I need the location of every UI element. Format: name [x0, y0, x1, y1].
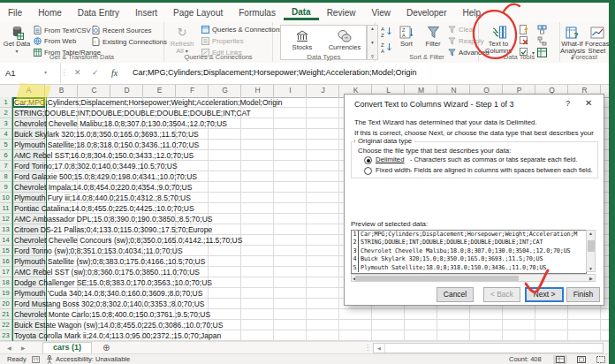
dialog-close-icon[interactable]: ✕ — [585, 98, 592, 108]
tab-insert[interactable]: Insert — [127, 5, 165, 20]
tab-splitter-icon[interactable]: ⋮ — [364, 342, 371, 354]
column-header[interactable]: C — [78, 85, 110, 97]
view-page-break-button[interactable] — [594, 355, 608, 364]
column-header[interactable]: A — [12, 85, 45, 97]
row-header[interactable]: 7 — [0, 161, 12, 171]
row-header[interactable]: 19 — [0, 288, 12, 299]
dialog-help-icon[interactable]: ? — [566, 99, 570, 108]
row-header[interactable]: 18 — [0, 277, 12, 288]
row-header[interactable]: 12 — [0, 214, 12, 224]
column-header[interactable]: I — [274, 85, 307, 97]
row-cells-text[interactable]: Car;MPG;Cylinders;Displacement;Horsepowe… — [14, 97, 283, 108]
column-header[interactable]: B — [45, 85, 78, 97]
formula-content[interactable]: Car;MPG;Cylinders;Displacement;Horsepowe… — [133, 63, 416, 83]
formula-cancel-icon[interactable]: ✕ — [74, 63, 81, 83]
preview-scroll-right-icon[interactable]: ▶ — [589, 276, 593, 281]
gallery-up-icon[interactable]: ▲ — [370, 26, 375, 31]
consolidate-button[interactable] — [537, 25, 547, 34]
tab-review[interactable]: Review — [319, 5, 364, 20]
clear-filter-button[interactable]: Clear — [448, 26, 475, 34]
queries-connections-button[interactable]: Queries & Connections — [201, 26, 283, 34]
select-all-corner[interactable] — [0, 85, 13, 98]
sort-ascending-button[interactable]: AZ — [381, 26, 392, 37]
formula-enter-icon[interactable]: ✓ — [92, 63, 99, 83]
sheet-next-icon[interactable]: ▶ — [21, 342, 26, 354]
finish-button[interactable]: Finish — [566, 287, 600, 302]
accessibility-icon[interactable] — [46, 355, 53, 364]
row-cells-text[interactable]: Plymouth Fury iii;14.0;8;440.0;215.0;431… — [14, 193, 191, 203]
row-header[interactable]: 23 — [0, 330, 12, 341]
name-box-caret-icon[interactable]: ▾ — [44, 63, 47, 83]
tab-developer[interactable]: Developer — [399, 5, 455, 20]
row-header[interactable]: 10 — [0, 193, 12, 203]
tab-page-layout[interactable]: Page Layout — [165, 5, 231, 20]
row-cells-text[interactable]: Citroen DS-21 Pallas;0;4;133.0;115.0;309… — [14, 224, 212, 235]
from-text-csv-button[interactable]: From Text/CSV — [34, 26, 91, 34]
row-cells-text[interactable]: AMC Rebel SST;16.0;8;304.0;150.0;3433.;1… — [14, 150, 194, 161]
preview-hscroll-thumb[interactable] — [355, 276, 519, 281]
row-cells-text[interactable]: Plymouth 'Cuda 340;14.0;8;340.0;160.0;36… — [14, 288, 202, 299]
row-cells-text[interactable]: Ford Mustang Boss 302;0;8;302.0;140.0;33… — [14, 299, 204, 309]
row-header[interactable]: 21 — [0, 309, 12, 320]
sort-button[interactable]: ZA Sort — [395, 24, 418, 48]
row-cells-text[interactable]: Toyota Corolla Mark ii;24.0;4;113.0;95.0… — [14, 330, 221, 341]
tab-formulas[interactable]: Formulas — [231, 5, 284, 20]
tab-help[interactable]: Help — [455, 5, 490, 20]
row-cells-text[interactable]: Chevrolet Chevelle Concours (sw);0;8;350… — [14, 235, 242, 246]
text-to-columns-button[interactable]: Text to Columns — [482, 24, 515, 55]
fixed-width-radio-label[interactable]: Fixed width — [376, 166, 410, 174]
insert-function-icon[interactable]: fx — [111, 63, 118, 83]
row-cells-text[interactable]: Plymouth Satellite;18.0;8;318.0;150.0;34… — [14, 140, 199, 150]
horizontal-scrollbar[interactable]: ◀ — [373, 343, 604, 353]
row-cells-text[interactable]: Ford Galaxie 500;15.0;8;429.0;198.0;4341… — [14, 171, 197, 182]
row-header[interactable]: 22 — [0, 320, 12, 330]
column-header[interactable]: G — [209, 85, 241, 97]
delimited-radio[interactable] — [364, 156, 372, 164]
row-cells-text[interactable]: Plymouth Satellite (sw);0;8;383.0;175.0;… — [14, 256, 205, 267]
status-accessibility[interactable]: Accessibility: Unavailable — [56, 354, 130, 364]
row-header[interactable]: 5 — [0, 140, 12, 150]
scroll-left-icon[interactable]: ◀ — [374, 344, 385, 353]
back-button[interactable]: < Back — [483, 287, 520, 302]
name-box[interactable]: A1 — [0, 63, 61, 83]
row-cells-text[interactable]: Dodge Challenger SE;15.0;8;383.0;170.0;3… — [14, 277, 212, 288]
gallery-down-icon[interactable]: ▼ — [370, 40, 375, 45]
row-header[interactable]: 13 — [0, 224, 12, 235]
properties-button[interactable]: Properties — [201, 37, 244, 45]
from-web-button[interactable]: From Web — [34, 37, 76, 45]
sort-descending-button[interactable]: ZA — [381, 42, 392, 53]
row-cells-text[interactable]: Buick Estate Wagon (sw);14.0;8;455.0;225… — [14, 320, 223, 330]
row-header[interactable]: 16 — [0, 256, 12, 267]
row-header[interactable]: 11 — [0, 203, 12, 214]
tab-file[interactable]: File — [0, 5, 30, 20]
column-header[interactable]: J — [307, 85, 339, 97]
recent-sources-button[interactable]: Recent Sources — [92, 26, 151, 34]
row-cells-text[interactable]: AMC Ambassador DPL;15.0;8;390.0;190.0;38… — [14, 214, 212, 224]
row-cells-text[interactable]: AMC Rebel SST (sw);0;8;360.0;175.0;3850.… — [14, 267, 200, 277]
view-normal-button[interactable] — [553, 355, 567, 364]
preview-vscroll-thumb[interactable] — [588, 240, 595, 252]
row-cells-text[interactable]: Ford Torino (sw);0;8;351.0;153.0;4034.;1… — [14, 246, 183, 256]
preview-scroll-up-icon[interactable]: ▲ — [588, 231, 593, 236]
new-sheet-icon[interactable]: ⊕ — [102, 342, 110, 354]
row-header[interactable]: 14 — [0, 235, 12, 246]
row-header[interactable]: 1 — [0, 97, 12, 108]
row-cells-text[interactable]: Chevrolet Monte Carlo;15.0;8;400.0;150.0… — [14, 309, 210, 320]
tab-home[interactable]: Home — [30, 5, 70, 20]
tab-view[interactable]: View — [363, 5, 399, 20]
row-header[interactable]: 3 — [0, 118, 12, 129]
row-header[interactable]: 17 — [0, 267, 12, 277]
row-header[interactable]: 20 — [0, 299, 12, 309]
row-cells-text[interactable]: STRING;DOUBLE;INT;DOUBLE;DOUBLE;DOUBLE;D… — [14, 108, 251, 118]
existing-connections-button[interactable]: Existing Connections — [92, 37, 167, 46]
fixed-width-radio[interactable] — [364, 167, 372, 175]
column-header[interactable]: D — [110, 85, 143, 97]
refresh-all-button[interactable]: ↻ Refresh All ▾ — [167, 24, 197, 55]
view-page-layout-button[interactable] — [574, 355, 588, 364]
macro-record-icon[interactable] — [32, 356, 40, 363]
row-cells-text[interactable]: Chevrolet Chevelle Malibu;18.0;8;307.0;1… — [14, 118, 227, 129]
row-header[interactable]: 4 — [0, 129, 12, 140]
row-cells-text[interactable]: Ford Torino;17.0;8;302.0;140.0;3449.;10.… — [14, 161, 178, 171]
tab-data[interactable]: Data — [284, 4, 319, 20]
row-cells-text[interactable]: Pontiac Catalina;14.0;8;455.0;225.0;4425… — [14, 203, 194, 214]
